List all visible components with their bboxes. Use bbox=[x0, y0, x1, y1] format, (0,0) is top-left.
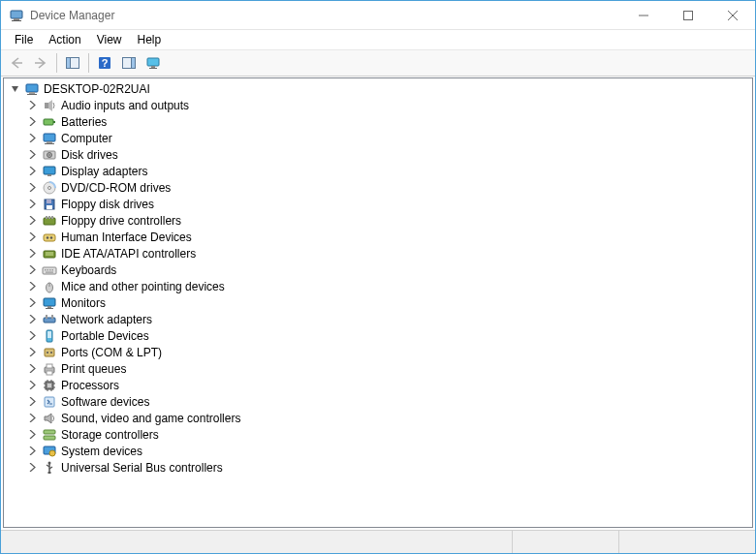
tree-node-disk[interactable]: Disk drives bbox=[4, 146, 752, 163]
tree-node-label: Print queues bbox=[61, 362, 126, 376]
tree-node-display[interactable]: Display adapters bbox=[4, 163, 752, 179]
menu-help[interactable]: Help bbox=[130, 31, 170, 48]
svg-rect-12 bbox=[132, 58, 136, 69]
tree-node-label: Network adapters bbox=[61, 313, 152, 326]
tree-node-ide[interactable]: IDE ATA/ATAPI controllers bbox=[4, 245, 752, 262]
status-pane-mid bbox=[513, 531, 619, 553]
tree-node-label: DESKTOP-02R2UAI bbox=[44, 82, 150, 96]
expander-open-icon[interactable] bbox=[8, 82, 21, 96]
tree-node-label: Universal Serial Bus controllers bbox=[61, 461, 223, 475]
tree-node-label: Human Interface Devices bbox=[61, 231, 192, 244]
tree-node-label: Software devices bbox=[61, 395, 149, 409]
tree-node-label: Sound, video and game controllers bbox=[61, 412, 240, 425]
network-icon bbox=[41, 312, 58, 327]
tree-node-floppy[interactable]: Floppy disk drives bbox=[4, 196, 752, 212]
expander-closed-icon[interactable] bbox=[25, 313, 39, 326]
toolbar-help-button[interactable]: ? bbox=[93, 52, 116, 74]
title-bar: Device Manager bbox=[1, 1, 755, 30]
svg-rect-13 bbox=[147, 58, 159, 66]
menu-file[interactable]: File bbox=[7, 31, 41, 48]
expander-closed-icon[interactable] bbox=[25, 346, 39, 359]
computer-icon bbox=[23, 81, 41, 97]
tree-node-sound[interactable]: Sound, video and game controllers bbox=[4, 410, 752, 426]
expander-closed-icon[interactable] bbox=[25, 296, 39, 310]
disk-icon bbox=[41, 147, 58, 163]
expander-closed-icon[interactable] bbox=[25, 99, 39, 112]
arrow-right-icon bbox=[33, 55, 48, 71]
close-button[interactable] bbox=[710, 1, 755, 30]
sound-icon bbox=[41, 411, 58, 426]
expander-closed-icon[interactable] bbox=[25, 428, 39, 442]
toolbar-monitor-button[interactable] bbox=[142, 52, 165, 74]
usb-icon bbox=[41, 460, 58, 476]
expander-closed-icon[interactable] bbox=[25, 115, 39, 129]
tree-node-computer[interactable]: Computer bbox=[4, 130, 752, 146]
tree-node-root[interactable]: DESKTOP-02R2UAI bbox=[4, 80, 752, 97]
device-tree-panel[interactable]: DESKTOP-02R2UAIAudio inputs and outputsB… bbox=[3, 77, 753, 528]
tree-node-label: Processors bbox=[61, 379, 119, 392]
monitor-icon bbox=[41, 295, 58, 311]
tree-node-label: DVD/CD-ROM drives bbox=[61, 181, 171, 195]
tree-node-label: Display adapters bbox=[61, 165, 147, 178]
maximize-button[interactable] bbox=[666, 1, 710, 30]
tree-node-port[interactable]: Ports (COM & LPT) bbox=[4, 344, 752, 360]
svg-rect-8 bbox=[67, 58, 71, 69]
tree-node-monitor[interactable]: Monitors bbox=[4, 294, 752, 311]
tree-node-label: Floppy disk drives bbox=[61, 198, 154, 211]
tree-node-label: Disk drives bbox=[61, 148, 118, 162]
menu-view[interactable]: View bbox=[89, 31, 130, 48]
tree-node-label: Monitors bbox=[61, 296, 106, 310]
tree-node-printer[interactable]: Print queues bbox=[4, 360, 752, 377]
expander-closed-icon[interactable] bbox=[25, 263, 39, 277]
tree-node-speaker[interactable]: Audio inputs and outputs bbox=[4, 97, 752, 113]
console-tree-icon bbox=[65, 55, 80, 71]
tree-node-keyboard[interactable]: Keyboards bbox=[4, 262, 752, 278]
expander-closed-icon[interactable] bbox=[25, 148, 39, 162]
tree-node-battery[interactable]: Batteries bbox=[4, 113, 752, 130]
expander-closed-icon[interactable] bbox=[25, 247, 39, 261]
expander-closed-icon[interactable] bbox=[25, 329, 39, 343]
tree-node-network[interactable]: Network adapters bbox=[4, 311, 752, 327]
tree-node-software[interactable]: Software devices bbox=[4, 393, 752, 410]
tree-node-controller[interactable]: Floppy drive controllers bbox=[4, 212, 752, 229]
expander-closed-icon[interactable] bbox=[25, 280, 39, 293]
expander-closed-icon[interactable] bbox=[25, 461, 39, 475]
toolbar-action-pane-button[interactable] bbox=[117, 52, 141, 74]
tree-node-dvd[interactable]: DVD/CD-ROM drives bbox=[4, 179, 752, 196]
toolbar-console-tree-button[interactable] bbox=[61, 52, 84, 74]
tree-node-mouse[interactable]: Mice and other pointing devices bbox=[4, 278, 752, 294]
tree-node-cpu[interactable]: Processors bbox=[4, 377, 752, 393]
expander-closed-icon[interactable] bbox=[25, 231, 39, 244]
tree-node-label: Batteries bbox=[61, 115, 107, 129]
svg-rect-4 bbox=[684, 11, 693, 19]
monitor-icon bbox=[145, 55, 161, 71]
expander-closed-icon[interactable] bbox=[25, 379, 39, 392]
expander-closed-icon[interactable] bbox=[25, 181, 39, 195]
tree-node-label: Mice and other pointing devices bbox=[61, 280, 225, 293]
tree-node-usb[interactable]: Universal Serial Bus controllers bbox=[4, 459, 752, 476]
arrow-left-icon bbox=[9, 55, 24, 71]
minimize-button[interactable] bbox=[621, 1, 666, 30]
tree-node-label: Ports (COM & LPT) bbox=[61, 346, 162, 359]
action-pane-icon bbox=[121, 55, 137, 71]
toolbar-forward-button[interactable] bbox=[29, 52, 52, 74]
tree-node-portable[interactable]: Portable Devices bbox=[4, 327, 752, 344]
expander-closed-icon[interactable] bbox=[25, 412, 39, 425]
expander-closed-icon[interactable] bbox=[25, 198, 39, 211]
toolbar-back-button[interactable] bbox=[5, 52, 28, 74]
expander-closed-icon[interactable] bbox=[25, 395, 39, 409]
software-icon bbox=[41, 394, 58, 410]
tree-node-hid[interactable]: Human Interface Devices bbox=[4, 229, 752, 245]
tree-node-storage[interactable]: Storage controllers bbox=[4, 426, 752, 443]
tree-node-label: Computer bbox=[61, 132, 112, 145]
expander-closed-icon[interactable] bbox=[25, 132, 39, 145]
tree-node-system[interactable]: System devices bbox=[4, 443, 752, 459]
speaker-icon bbox=[41, 98, 58, 113]
expander-closed-icon[interactable] bbox=[25, 445, 39, 458]
menu-bar: File Action View Help bbox=[1, 30, 755, 49]
expander-closed-icon[interactable] bbox=[25, 214, 39, 228]
expander-closed-icon[interactable] bbox=[25, 165, 39, 178]
keyboard-icon bbox=[41, 262, 58, 278]
menu-action[interactable]: Action bbox=[41, 31, 88, 48]
expander-closed-icon[interactable] bbox=[25, 362, 39, 376]
